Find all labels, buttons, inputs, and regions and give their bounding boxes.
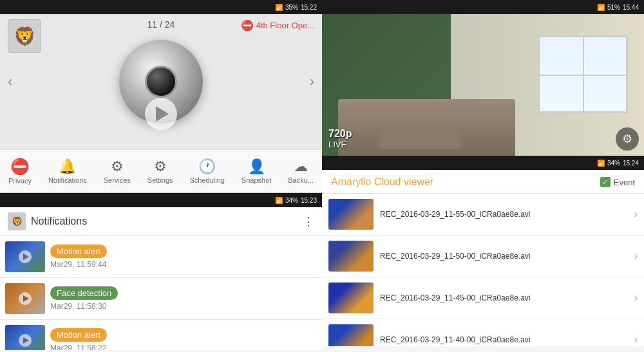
event-filter[interactable]: ✓ Event <box>600 177 635 187</box>
status-bar-top-right: 📶 51% 15:44 <box>322 0 644 14</box>
chevron-right-icon: › <box>634 250 638 262</box>
cloud-viewer-header: Amaryllo Cloud viewer ✓ Event <box>322 170 644 194</box>
prev-camera-button[interactable]: ‹ <box>3 68 17 95</box>
notification-list: Motion alert Mar29, 11:59:44 Face detect… <box>0 236 322 350</box>
recording-thumbnail <box>328 283 374 313</box>
time-right2: 15:24 <box>623 160 639 167</box>
thumb-play-icon <box>19 292 32 305</box>
thumb-play-triangle <box>23 337 29 344</box>
recording-item[interactable]: REC_2016-03-29_11-55-00_iCRa0ae8e.avi › <box>322 194 644 236</box>
toolbar-services-label: Services <box>104 176 131 184</box>
play-button[interactable] <box>145 98 177 130</box>
chevron-right-icon: › <box>634 208 638 220</box>
left-panel: 📶 35% 15:22 🦁 11 / 24 ⛔ 4th Floor Ope...… <box>0 0 322 352</box>
snapshot-icon: 👤 <box>248 158 265 175</box>
camera-counter: 11 / 24 <box>147 19 175 30</box>
thumb-image <box>328 199 374 230</box>
checkbox-icon: ✓ <box>600 177 611 187</box>
toolbar-backup[interactable]: ☁ Backu... <box>288 158 314 184</box>
thumb-image <box>328 324 374 346</box>
notifications-panel: 🦁 Notifications ⋮ Motion alert Mar29, 11… <box>0 207 322 352</box>
live-camera-view: 720p LIVE ⚙ <box>322 14 644 156</box>
status-bar-mid-left: 📶 34% 15:23 <box>0 193 322 207</box>
notifications-title-row: 🦁 Notifications <box>8 212 87 230</box>
more-options-button[interactable]: ⋮ <box>303 214 314 228</box>
camera-toolbar: ⛔ Privacy 🔔 Notifications ⚙ Services ⚙ S… <box>0 149 322 193</box>
battery-mid: 34% <box>285 197 298 204</box>
notification-time: Mar29, 11:59:44 <box>50 260 317 269</box>
time-left2: 15:23 <box>301 197 317 204</box>
recording-filename: REC_2016-03-29_11-50-00_iCRa0ae8e.avi <box>380 252 628 261</box>
camera-lens <box>145 66 177 98</box>
recording-filename: REC_2016-03-29_11-40-00_iCRa0ae8e.avi <box>380 335 628 344</box>
signal-icon-right: 📶 <box>597 4 605 11</box>
recording-thumbnail <box>328 324 374 346</box>
thumb-play-icon <box>19 250 32 263</box>
recording-item[interactable]: REC_2016-03-29_11-50-00_iCRa0ae8e.avi › <box>322 236 644 277</box>
services-icon: ⚙ <box>111 158 124 175</box>
play-triangle-icon <box>156 106 169 122</box>
thumb-image <box>328 241 374 272</box>
notification-content: Motion alert Mar29, 11:58:22 <box>50 328 317 350</box>
battery-right1: 51% <box>607 4 620 11</box>
notification-thumbnail <box>5 241 45 272</box>
live-settings-button[interactable]: ⚙ <box>616 127 639 151</box>
notification-item[interactable]: Face detection Mar29, 11:58:30 <box>0 278 322 320</box>
notifications-icon: 🔔 <box>59 158 76 175</box>
toolbar-privacy[interactable]: ⛔ Privacy <box>8 158 32 185</box>
recording-list: REC_2016-03-29_11-55-00_iCRa0ae8e.avi › … <box>322 194 644 346</box>
notification-item[interactable]: Motion alert Mar29, 11:59:44 <box>0 236 322 278</box>
chevron-right-icon: › <box>634 334 638 346</box>
thumb-image <box>328 283 374 313</box>
recording-thumbnail <box>328 241 374 272</box>
signal-icon: 📶 <box>275 4 283 11</box>
motion-alert-badge: Motion alert <box>50 245 107 258</box>
toolbar-snapshot-label: Snapshot <box>242 176 271 184</box>
signal-icon2: 📶 <box>275 197 283 204</box>
notification-thumbnail <box>5 283 45 314</box>
notification-content: Motion alert Mar29, 11:59:44 <box>50 245 317 269</box>
status-bar-mid-right: 📶 34% 15:24 <box>322 156 644 170</box>
thumb-play-triangle <box>23 295 29 302</box>
time-right1: 15:44 <box>623 4 639 11</box>
window-frame-horizontal <box>540 75 626 76</box>
recording-filename: REC_2016-03-29_11-45-00_iCRa0ae8e.avi <box>380 293 628 302</box>
app-logo: 🦁 <box>8 19 41 53</box>
notif-logo-icon: 🦁 <box>12 216 23 227</box>
notification-time: Mar29, 11:58:30 <box>50 302 317 311</box>
lion-icon: 🦁 <box>14 26 36 47</box>
battery-right2: 34% <box>607 160 620 167</box>
event-label: Event <box>614 178 635 187</box>
notification-time: Mar29, 11:58:22 <box>50 344 317 350</box>
room-table <box>380 127 460 149</box>
cloud-viewer-panel: Amaryllo Cloud viewer ✓ Event REC_2016-0… <box>322 170 644 352</box>
next-camera-button[interactable]: › <box>305 68 319 95</box>
recording-item[interactable]: REC_2016-03-29_11-45-00_iCRa0ae8e.avi › <box>322 277 644 319</box>
privacy-icon: ⛔ <box>10 158 30 176</box>
toolbar-settings[interactable]: ⚙ Settings <box>147 158 173 184</box>
camera-view: 🦁 11 / 24 ⛔ 4th Floor Ope... ‹ › <box>0 14 322 149</box>
room-window <box>538 35 628 113</box>
camera-name: 4th Floor Ope... <box>256 21 314 30</box>
status-bar-top-left: 📶 35% 15:22 <box>0 0 322 14</box>
notification-thumbnail <box>5 325 45 350</box>
notification-item[interactable]: Motion alert Mar29, 11:58:22 <box>0 320 322 350</box>
toolbar-snapshot[interactable]: 👤 Snapshot <box>242 158 271 184</box>
toolbar-scheduling[interactable]: 🕐 Scheduling <box>190 158 225 184</box>
room-scene <box>322 14 644 156</box>
scheduling-icon: 🕐 <box>198 158 216 175</box>
chevron-right-icon: › <box>634 292 638 304</box>
backup-icon: ☁ <box>294 158 308 175</box>
face-detection-badge: Face detection <box>50 286 118 300</box>
live-label: LIVE <box>328 140 352 149</box>
recording-item[interactable]: REC_2016-03-29_11-40-00_iCRa0ae8e.avi › <box>322 319 644 346</box>
recording-filename: REC_2016-03-29_11-55-00_iCRa0ae8e.avi <box>380 210 628 219</box>
time-left1: 15:22 <box>301 4 317 11</box>
recording-thumbnail <box>328 199 374 230</box>
cloud-viewer-title: Amaryllo Cloud viewer <box>331 176 433 188</box>
notifications-heading: Notifications <box>31 216 87 227</box>
toolbar-notifications[interactable]: 🔔 Notifications <box>48 158 87 184</box>
thumb-play-triangle <box>23 254 29 260</box>
notif-logo: 🦁 <box>8 212 26 230</box>
toolbar-services[interactable]: ⚙ Services <box>104 158 131 184</box>
